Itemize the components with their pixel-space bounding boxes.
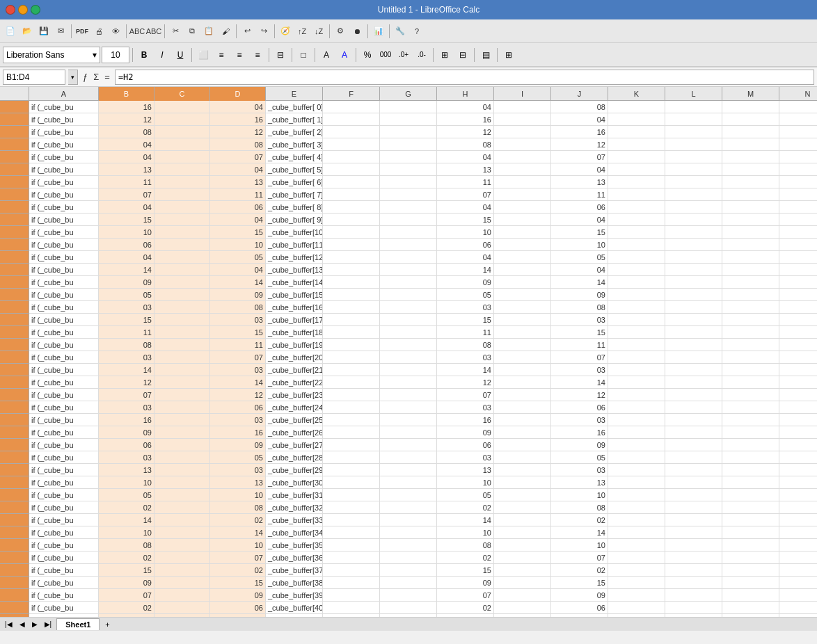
row-header-[interactable] (0, 489, 29, 501)
cell--m[interactable] (722, 539, 779, 552)
cell--d[interactable]: 05 (210, 451, 266, 464)
cell--n[interactable] (779, 577, 817, 589)
macro-button[interactable]: ⚙ (333, 24, 348, 39)
cell--a[interactable]: if (_cube_bu (29, 389, 99, 401)
cell--m[interactable] (722, 602, 779, 614)
cell--i[interactable] (494, 163, 551, 176)
cell--b[interactable]: 10 (99, 226, 154, 239)
cell--g[interactable] (380, 476, 437, 489)
cell--l[interactable] (665, 163, 722, 176)
cell--a[interactable]: if (_cube_bu (29, 339, 99, 351)
cell--m[interactable] (722, 589, 779, 602)
cell--b[interactable]: 12 (99, 376, 154, 389)
row-header-[interactable] (0, 251, 29, 264)
new-button[interactable]: 📄 (3, 24, 18, 39)
cell--g[interactable] (380, 163, 437, 176)
cell--a[interactable]: if (_cube_bu (29, 602, 99, 614)
cell--i[interactable] (494, 339, 551, 351)
formula-input[interactable] (115, 70, 814, 85)
cell--l[interactable] (665, 138, 722, 151)
cell--f[interactable] (323, 514, 380, 526)
cell--n[interactable] (779, 501, 817, 514)
cell--i[interactable] (494, 188, 551, 201)
cell--j[interactable]: 13 (551, 176, 608, 188)
cell--g[interactable] (380, 339, 437, 351)
cell--m[interactable] (722, 126, 779, 138)
cell--e[interactable]: _cube_buffer[40]); (266, 602, 323, 614)
cell--k[interactable] (608, 414, 665, 426)
cell--c[interactable] (154, 151, 210, 163)
cell--c[interactable] (154, 226, 210, 239)
cell--e[interactable]: _cube_buffer[36]); (266, 552, 323, 564)
cell--g[interactable] (380, 239, 437, 251)
cell--n[interactable] (779, 414, 817, 426)
borders-button[interactable]: □ (295, 47, 312, 63)
col-header-h[interactable]: H (437, 87, 494, 101)
cell--a[interactable]: if (_cube_bu (29, 226, 99, 239)
cell--b[interactable]: 14 (99, 364, 154, 376)
cell--l[interactable] (665, 113, 722, 126)
cell--a[interactable]: if (_cube_bu (29, 426, 99, 439)
cell--d[interactable]: 11 (210, 339, 266, 351)
cell--d[interactable]: 06 (210, 602, 266, 614)
cell--i[interactable] (494, 389, 551, 401)
cell--k[interactable] (608, 577, 665, 589)
cell--l[interactable] (665, 401, 722, 414)
cell--n[interactable] (779, 389, 817, 401)
cell--n[interactable] (779, 514, 817, 526)
cell--l[interactable] (665, 289, 722, 301)
cell--l[interactable] (665, 264, 722, 276)
cell--j[interactable]: 05 (551, 451, 608, 464)
cell--n[interactable] (779, 602, 817, 614)
cell--e[interactable]: _cube_buffer[34]); (266, 526, 323, 539)
cell--l[interactable] (665, 351, 722, 364)
row-header-[interactable] (0, 389, 29, 401)
cell--d[interactable]: 09 (210, 289, 266, 301)
cell--g[interactable] (380, 401, 437, 414)
cell--j[interactable]: 11 (551, 339, 608, 351)
cell--j[interactable]: 11 (551, 188, 608, 201)
cell--d[interactable]: 15 (210, 326, 266, 339)
sheet-tab-sheet1[interactable]: Sheet1 (56, 618, 100, 630)
cell--a[interactable]: if (_cube_bu (29, 451, 99, 464)
cell--k[interactable] (608, 439, 665, 451)
cell--i[interactable] (494, 589, 551, 602)
cell--h[interactable]: 09 (437, 426, 494, 439)
sum-icon[interactable]: Σ (91, 72, 101, 82)
cell--b[interactable]: 03 (99, 301, 154, 314)
cell--c[interactable] (154, 451, 210, 464)
cell--c[interactable] (154, 376, 210, 389)
cell--n[interactable] (779, 326, 817, 339)
cell--k[interactable] (608, 364, 665, 376)
equal-icon[interactable]: = (102, 72, 112, 82)
cell--d[interactable]: 14 (210, 526, 266, 539)
row-header-[interactable] (0, 226, 29, 239)
cell--f[interactable] (323, 264, 380, 276)
cell--l[interactable] (665, 564, 722, 577)
cell--b[interactable]: 15 (99, 314, 154, 326)
cell--e[interactable]: _cube_buffer[11]); (266, 239, 323, 251)
cell--d[interactable]: 03 (210, 314, 266, 326)
cell--k[interactable] (608, 176, 665, 188)
cell--m[interactable] (722, 101, 779, 113)
cell--f[interactable] (323, 489, 380, 501)
cell--f[interactable] (323, 539, 380, 552)
cell--k[interactable] (608, 239, 665, 251)
cell--e[interactable]: _cube_buffer[21]); (266, 364, 323, 376)
cell--c[interactable] (154, 289, 210, 301)
cell--j[interactable]: 08 (551, 101, 608, 113)
cell--a[interactable]: if (_cube_bu (29, 401, 99, 414)
cell--j[interactable]: 04 (551, 214, 608, 226)
cell--e[interactable]: _cube_buffer[38]); (266, 577, 323, 589)
cell--l[interactable] (665, 464, 722, 476)
cell--l[interactable] (665, 526, 722, 539)
cell--e[interactable]: _cube_buffer[16]); (266, 301, 323, 314)
cell--f[interactable] (323, 113, 380, 126)
cell--j[interactable]: 04 (551, 264, 608, 276)
cell--j[interactable]: 06 (551, 201, 608, 214)
cell--h[interactable]: 02 (437, 602, 494, 614)
underline-button[interactable]: U (172, 47, 189, 63)
cell--m[interactable] (722, 163, 779, 176)
cell--m[interactable] (722, 326, 779, 339)
cell--f[interactable] (323, 151, 380, 163)
